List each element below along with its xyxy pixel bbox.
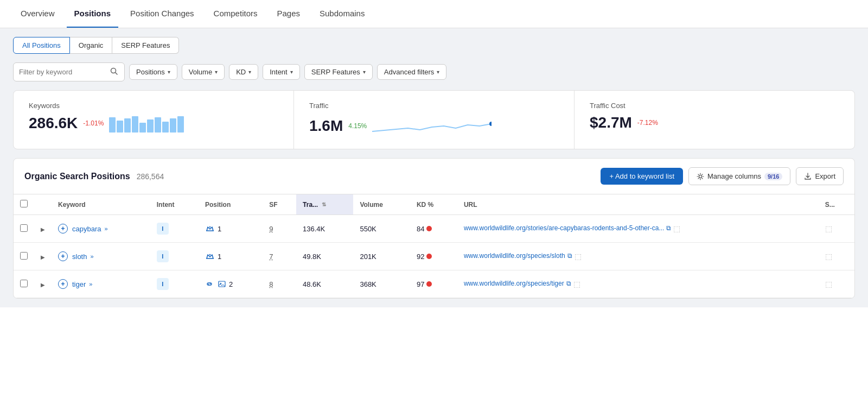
sf-value-2[interactable]: 8 [269, 280, 273, 288]
th-volume[interactable]: Volume [353, 194, 410, 215]
url-link-1[interactable]: www.worldwildlife.org/species/sloth [464, 252, 565, 260]
row-expand-cell[interactable]: ▶ [34, 243, 52, 270]
external-link-icon-1[interactable]: ⧉ [567, 252, 572, 260]
serp-features-chevron: ▾ [363, 69, 366, 75]
volume-value-0: 550K [360, 225, 376, 233]
screenshot-icon-0[interactable]: ⬚ [673, 224, 680, 233]
traffic-cost-value-row: $2.7M -7.12% [590, 114, 839, 131]
filter-bar: Positions ▾ Volume ▾ KD ▾ Intent ▾ SERP … [13, 62, 855, 81]
row-kd-cell: 97 [410, 270, 457, 298]
table-section: Organic Search Positions 286,564 + Add t… [13, 158, 855, 299]
row-expand-cell[interactable]: ▶ [34, 270, 52, 298]
nav-item-overview[interactable]: Overview [13, 0, 62, 28]
export-icon [804, 173, 812, 180]
row-volume-cell: 550K [353, 215, 410, 243]
advanced-filters[interactable]: Advanced filters ▾ [377, 64, 447, 80]
bar-9 [170, 118, 176, 133]
row-intent-cell: I [150, 270, 199, 298]
th-traffic[interactable]: Tra... ⇅ [296, 194, 353, 215]
row-checkbox-cell [14, 270, 34, 298]
kd-chevron: ▾ [248, 69, 251, 75]
traffic-value-0: 136.4K [303, 225, 325, 233]
bar-2 [117, 121, 123, 133]
add-keyword-icon-0[interactable]: + [58, 224, 68, 234]
export-button[interactable]: Export [796, 167, 844, 185]
volume-filter[interactable]: Volume ▾ [182, 64, 225, 80]
th-expand [34, 194, 52, 215]
nav-item-competitors[interactable]: Competitors [206, 0, 265, 28]
th-keyword[interactable]: Keyword [52, 194, 150, 215]
sub-tab-serp-features[interactable]: SERP Features [112, 37, 179, 54]
sub-tab-organic[interactable]: Organic [70, 37, 113, 54]
row-expand-cell[interactable]: ▶ [34, 215, 52, 243]
sort-icon: ⇅ [322, 201, 326, 207]
keyword-link-0[interactable]: capybara [72, 225, 101, 233]
nav-item-positions[interactable]: Positions [67, 0, 119, 28]
positions-filter[interactable]: Positions ▾ [129, 64, 177, 80]
table-header: Keyword Intent Position [14, 194, 854, 215]
traffic-cost-label: Traffic Cost [590, 102, 839, 110]
data-table: Keyword Intent Position [14, 194, 854, 298]
s-icon-1[interactable]: ⬚ [825, 252, 832, 261]
svg-point-2 [489, 122, 492, 126]
manage-columns-label: Manage columns [707, 172, 761, 180]
add-keyword-label: + Add to keyword list [609, 172, 674, 180]
select-all-checkbox[interactable] [20, 200, 28, 207]
add-keyword-icon-2[interactable]: + [58, 279, 68, 289]
url-link-2[interactable]: www.worldwildlife.org/species/tiger [464, 280, 564, 287]
app-container: OverviewPositionsPosition ChangesCompeti… [0, 0, 868, 410]
s-icon-2[interactable]: ⬚ [825, 280, 832, 288]
sf-value-1[interactable]: 7 [269, 253, 273, 261]
traffic-label: Traffic [309, 102, 559, 110]
url-link-0[interactable]: www.worldwildlife.org/stories/are-capyba… [464, 224, 664, 232]
th-intent[interactable]: Intent [150, 194, 199, 215]
nav-item-pages[interactable]: Pages [269, 0, 308, 28]
table-body: ▶ + capybara » I19136.4K550K84 www.world… [14, 215, 854, 298]
keyword-link-2[interactable]: tiger [72, 280, 86, 288]
row-checkbox-1[interactable] [20, 252, 28, 260]
row-volume-cell: 368K [353, 270, 410, 298]
intent-filter[interactable]: Intent ▾ [263, 64, 300, 80]
screenshot-icon-2[interactable]: ⬚ [573, 280, 580, 288]
sf-value-0[interactable]: 9 [269, 225, 273, 233]
manage-columns-button[interactable]: Manage columns 9/16 [688, 167, 790, 185]
table-row: ▶ + tiger » I2848.6K368K97 www.worldwild… [14, 270, 854, 298]
kd-filter[interactable]: KD ▾ [229, 64, 258, 80]
th-position[interactable]: Position [199, 194, 263, 215]
row-volume-cell: 201K [353, 243, 410, 270]
row-checkbox-2[interactable] [20, 280, 28, 287]
position-value-2: 2 [229, 280, 233, 288]
svg-line-1 [116, 73, 118, 75]
keyword-search-input[interactable] [19, 68, 106, 76]
nav-item-position-changes[interactable]: Position Changes [123, 0, 202, 28]
sub-tab-all-positions[interactable]: All Positions [13, 37, 70, 54]
keywords-change: -1.01% [83, 119, 104, 127]
screenshot-icon-1[interactable]: ⬚ [575, 252, 582, 261]
external-link-icon-2[interactable]: ⧉ [566, 280, 571, 287]
stats-row: Keywords 286.6K -1.01% [13, 90, 855, 149]
traffic-value: 1.6M [309, 117, 343, 135]
crown-icon [205, 224, 215, 234]
th-checkbox [14, 194, 34, 215]
table-actions: + Add to keyword list Manage columns 9/1… [601, 167, 844, 185]
row-checkbox-0[interactable] [20, 224, 28, 232]
keyword-link-1[interactable]: sloth [72, 253, 87, 261]
nav-item-subdomains[interactable]: Subdomains [312, 0, 372, 28]
s-icon-0[interactable]: ⬚ [825, 224, 832, 233]
gear-icon [697, 173, 704, 180]
th-url[interactable]: URL [457, 194, 819, 215]
intent-chevron: ▾ [290, 69, 293, 75]
row-traffic-cell: 136.4K [296, 215, 353, 243]
row-keyword-cell: + sloth » [52, 243, 150, 270]
th-sf[interactable]: SF [263, 194, 296, 215]
add-keyword-icon-1[interactable]: + [58, 251, 68, 261]
th-kd[interactable]: KD % [410, 194, 457, 215]
row-position-cell: 2 [199, 270, 263, 298]
row-keyword-cell: + tiger » [52, 270, 150, 298]
add-to-keyword-list-button[interactable]: + Add to keyword list [601, 168, 683, 185]
search-button[interactable] [109, 66, 119, 78]
row-keyword-cell: + capybara » [52, 215, 150, 243]
bar-6 [147, 119, 154, 133]
external-link-icon-0[interactable]: ⧉ [666, 224, 671, 232]
serp-features-filter[interactable]: SERP Features ▾ [304, 64, 373, 80]
